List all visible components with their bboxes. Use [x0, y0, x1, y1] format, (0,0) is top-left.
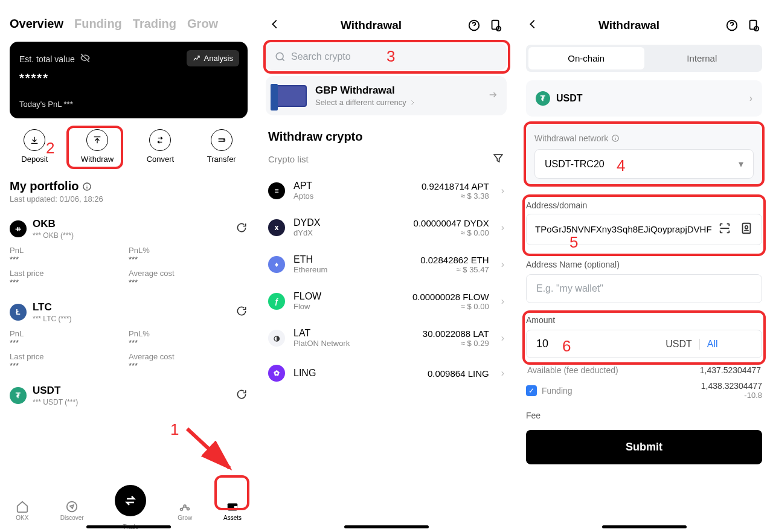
total-value-card: Est. total value Analysis ***** Today's … — [10, 42, 248, 118]
back-button[interactable] — [526, 18, 539, 33]
coin-symbol: LAT — [293, 328, 350, 339]
panel-withdrawal-list: Withdrawal 3 GBP Withdrawal Select a dif… — [257, 0, 515, 532]
segment-internal[interactable]: Internal — [644, 47, 760, 69]
top-tabs: Overview Funding Trading Grow — [0, 0, 257, 42]
tab-overview[interactable]: Overview — [10, 17, 63, 31]
info-icon[interactable] — [82, 182, 92, 191]
chevron-right-icon: › — [501, 185, 504, 196]
gbp-subtitle: Select a different currency — [315, 98, 406, 107]
card-graphic — [274, 85, 307, 107]
avg-cost-label: Average cost — [129, 352, 248, 361]
segment-onchain[interactable]: On-chain — [528, 47, 644, 69]
pnlp-label: PnL% — [129, 246, 248, 255]
coin-balance: 0.00000047 DYDX — [414, 218, 489, 228]
deposit-label: Deposit — [21, 155, 48, 164]
annotation-box-5 — [522, 194, 766, 256]
tab-funding[interactable]: Funding — [74, 17, 122, 31]
back-button[interactable] — [268, 18, 281, 33]
submit-button[interactable]: Submit — [526, 430, 762, 464]
convert-label: Convert — [147, 155, 175, 164]
coin-icon: ƒ — [268, 293, 285, 310]
trade-icon — [115, 485, 146, 516]
grow-icon — [178, 500, 191, 513]
help-icon[interactable] — [723, 17, 740, 34]
nav-grow[interactable]: Grow — [178, 500, 192, 521]
last-price-label: Last price — [10, 269, 129, 278]
refresh-icon[interactable] — [236, 222, 248, 236]
asset-subtext: *** OKB (***) — [33, 231, 74, 240]
history-icon[interactable] — [745, 17, 762, 34]
annotation-label-5: 5 — [569, 233, 578, 252]
annotation-box-2 — [66, 126, 123, 169]
nav-label: Assets — [223, 514, 242, 521]
header: Withdrawal — [515, 0, 773, 42]
list-item[interactable]: ƒ FLOWFlow 0.00000028 FLOW≈ $ 0.00 › — [257, 283, 515, 319]
list-item[interactable]: ≡ APTAptos 0.92418714 APT≈ $ 3.38 › — [257, 172, 515, 209]
nav-okx[interactable]: OKX — [16, 500, 29, 521]
coin-name: Aptos — [293, 191, 313, 200]
chevron-right-icon: › — [501, 222, 504, 233]
refresh-icon[interactable] — [236, 305, 248, 319]
list-item[interactable]: x DYDXdYdX 0.00000047 DYDX≈ $ 0.00 › — [257, 209, 515, 246]
pnlp-value: *** — [129, 338, 248, 347]
gbp-withdrawal-banner[interactable]: GBP Withdrawal Select a different curren… — [266, 76, 507, 115]
funding-delta: -10.8 — [701, 391, 762, 400]
list-item[interactable]: ✿ LING 0.009864 LING › — [257, 356, 515, 384]
coin-balance: 0.02842862 ETH — [420, 255, 489, 265]
annotation-label-1: 1 — [170, 420, 179, 439]
annotation-arrow-1 — [181, 423, 248, 483]
portfolio-title-text: My portfolio — [10, 179, 79, 193]
list-item[interactable]: ♦ ETHEthereum 0.02842862 ETH≈ $ 35.47 › — [257, 246, 515, 283]
crypto-list-label: Crypto list — [268, 154, 309, 164]
page-title: Withdrawal — [539, 19, 719, 32]
home-indicator — [86, 525, 171, 528]
convert-button[interactable]: Convert — [147, 129, 175, 164]
list-item[interactable]: Ł LTC *** LTC (***) PnL*** PnL%*** Last … — [0, 293, 257, 376]
coin-balance: 0.009864 LING — [428, 368, 489, 379]
portfolio-list: ᚑ OKB *** OKB (***) PnL*** PnL%*** Last … — [0, 210, 257, 406]
asset-subtext: *** USDT (***) — [33, 398, 78, 406]
tab-trading[interactable]: Trading — [133, 17, 176, 31]
list-item[interactable]: ◑ LATPlatON Network 30.0022088 LAT≈ $ 0.… — [257, 319, 515, 356]
coin-selector[interactable]: ₮ USDT › — [526, 80, 762, 117]
svg-rect-9 — [492, 21, 499, 30]
analysis-label: Analysis — [204, 54, 233, 63]
asset-symbol: LTC — [33, 301, 71, 313]
refresh-icon[interactable] — [236, 388, 248, 403]
tab-grow[interactable]: Grow — [187, 17, 218, 31]
filter-icon[interactable] — [492, 152, 504, 166]
chevron-right-icon — [409, 99, 416, 106]
list-item[interactable]: ₮ USDT *** USDT (***) — [0, 376, 257, 406]
coin-icon: x — [268, 219, 285, 236]
address-name-input[interactable] — [526, 274, 762, 303]
coin-usd: ≈ $ 0.00 — [412, 302, 489, 311]
list-item[interactable]: ᚑ OKB *** OKB (***) PnL*** PnL%*** Last … — [0, 210, 257, 293]
asset-symbol: OKB — [33, 218, 74, 230]
compass-icon — [65, 500, 79, 513]
annotation-label-2: 2 — [46, 139, 54, 158]
funding-label: Funding — [542, 386, 573, 396]
deposit-button[interactable]: Deposit — [21, 129, 48, 164]
svg-point-3 — [181, 508, 183, 510]
transfer-button[interactable]: Transfer — [207, 129, 236, 164]
svg-rect-13 — [750, 21, 757, 30]
nav-discover[interactable]: Discover — [60, 500, 84, 521]
fee-label: Fee — [526, 411, 762, 420]
coin-usd: ≈ $ 3.38 — [422, 191, 489, 200]
nav-trade[interactable]: Trade — [115, 491, 146, 530]
last-price-value: *** — [10, 361, 129, 370]
coin-symbol: ETH — [293, 254, 327, 265]
help-icon[interactable] — [466, 17, 483, 34]
action-row: Deposit Withdraw Convert Transfer 2 — [0, 129, 257, 164]
pnl-label: PnL — [10, 246, 129, 255]
funding-checkbox[interactable]: ✓ — [526, 385, 537, 396]
asset-subtext: *** LTC (***) — [33, 315, 71, 323]
history-icon[interactable] — [487, 17, 504, 34]
annotation-box-4 — [524, 121, 765, 187]
segmented-control: On-chain Internal — [526, 45, 762, 72]
avg-cost-value: *** — [129, 361, 248, 370]
coin-icon: ◑ — [268, 330, 285, 347]
coin-symbol: FLOW — [293, 291, 321, 302]
analysis-button[interactable]: Analysis — [187, 50, 239, 66]
visibility-toggle-icon[interactable] — [80, 53, 91, 65]
